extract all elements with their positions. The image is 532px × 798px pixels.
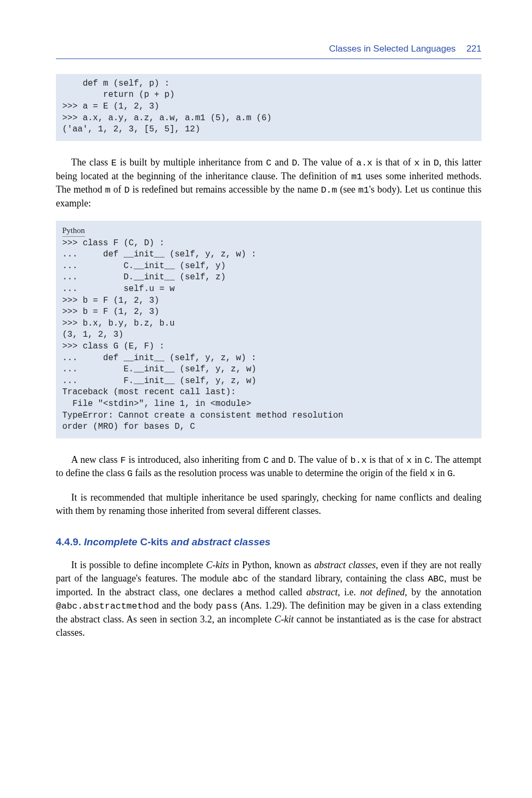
code-language-label: Python [62, 225, 85, 236]
header-title: Classes in Selected Languages [329, 43, 455, 55]
inline-code: m [105, 185, 111, 195]
text: and the body [159, 600, 216, 611]
text: The class [71, 157, 111, 168]
inline-code: C [425, 455, 430, 466]
inline-code: E [111, 158, 117, 168]
text: is that of [372, 157, 414, 168]
text: is redefined but remains accessible by t… [130, 184, 321, 195]
inline-code: a.x [356, 158, 372, 168]
text: and [271, 157, 292, 168]
text: . The value of [297, 157, 356, 168]
inline-code: x [406, 455, 412, 466]
text: in Python, known as [229, 560, 314, 570]
text: fails as the resolution process was unab… [132, 468, 429, 478]
page-number: 221 [467, 43, 481, 55]
inline-code: D.m [321, 185, 337, 195]
inline-code: @abc.abstractmethod [56, 601, 159, 611]
section-number: 4.4.9. [56, 536, 81, 547]
inline-code: b.x [350, 455, 367, 466]
italic-text: abstract [306, 587, 338, 597]
paragraph-4: It is possible to define incomplete C-ki… [56, 559, 481, 639]
text: is introduced, also inheriting from [126, 454, 263, 465]
inline-code: F [120, 455, 126, 466]
page: Classes in Selected Languages 221 def m … [0, 0, 532, 798]
text: of the standard library, containing the … [248, 573, 428, 584]
text: and [269, 454, 288, 465]
inline-code: ABC [428, 574, 444, 584]
text: It is possible to define incomplete [71, 560, 206, 570]
page-header: Classes in Selected Languages 221 [56, 43, 481, 59]
inline-code: C [263, 455, 269, 466]
text: of [111, 184, 124, 195]
text: is that of [367, 454, 406, 465]
section-heading: 4.4.9. Incomplete C-kits and abstract cl… [56, 535, 481, 550]
inline-code: G [447, 469, 453, 479]
inline-code: D [124, 185, 129, 195]
paragraph-1: The class E is built by multiple inherit… [56, 156, 481, 211]
inline-code: D [288, 455, 293, 466]
section-title-part: Incomplete [84, 536, 137, 547]
inline-code: x [414, 158, 420, 168]
inline-code: G [127, 469, 132, 479]
text: , by the annotation [405, 587, 481, 597]
inline-code: D [292, 158, 297, 168]
inline-code: m1 [358, 185, 369, 195]
code-block-2: Python >>> class F (C, D) : ... def __in… [56, 221, 481, 438]
inline-code: x [430, 469, 435, 479]
section-title-part: and abstract classes [171, 536, 271, 547]
text: , i.e. [338, 587, 360, 597]
section-title-part: C-kits [137, 536, 171, 547]
paragraph-3: It is recommended that multiple inherita… [56, 491, 481, 518]
italic-text: abstract classes [314, 560, 376, 570]
inline-code: D [434, 158, 439, 168]
italic-text: C-kits [206, 560, 229, 570]
italic-text: not defined [360, 587, 405, 597]
inline-code: pass [216, 601, 238, 611]
code-block-1: def m (self, p) : return (p + p) >>> a =… [56, 74, 481, 141]
text: is built by multiple inheritance from [117, 157, 266, 168]
code-content: >>> class F (C, D) : ... def __init__ (s… [62, 238, 343, 432]
italic-text: C-kit [275, 614, 294, 625]
text: (see [337, 184, 359, 195]
inline-code: C [266, 158, 271, 168]
text: in [435, 468, 447, 478]
inline-code: abc [232, 574, 248, 584]
text: in [420, 157, 434, 168]
text: . [453, 468, 455, 478]
text: in [412, 454, 425, 465]
text: A new class [71, 454, 120, 465]
inline-code: m1 [351, 172, 362, 182]
text: . The value of [294, 454, 351, 465]
paragraph-2: A new class F is introduced, also inheri… [56, 453, 481, 481]
